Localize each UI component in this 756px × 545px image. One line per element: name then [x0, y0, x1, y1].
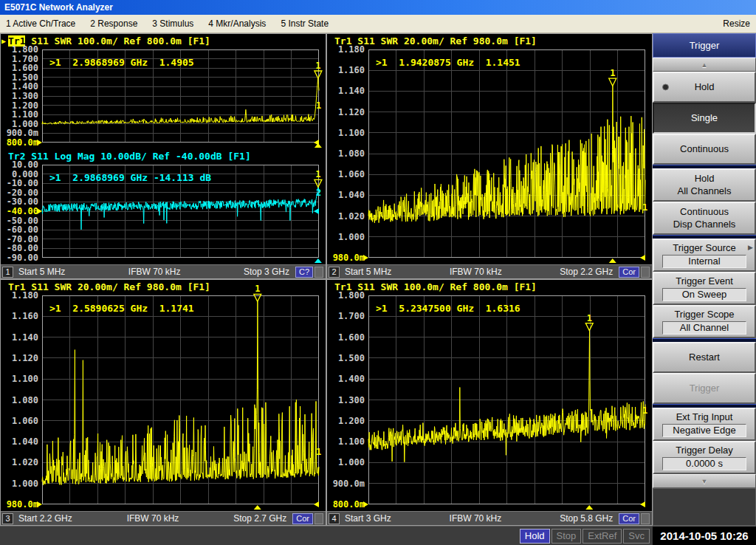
ref-level-right-arrow-icon [640, 501, 645, 507]
y-tick-label: 1.160 [338, 65, 365, 75]
ifbw-value[interactable]: IFBW 70 kHz [127, 513, 179, 524]
trace-number-edge-label: 1 [642, 202, 647, 213]
continuous-button[interactable]: Continuous [653, 134, 756, 165]
menu-item-response[interactable]: 2 Response [90, 18, 137, 29]
softkey-label: Trigger [690, 383, 720, 394]
trigger-source-button[interactable]: Trigger SourceInternal▶ [653, 239, 756, 272]
trigger-button[interactable]: Trigger [653, 373, 756, 404]
marker-number: 1 [255, 284, 260, 294]
y-tick-label: 1.020 [12, 457, 38, 467]
softkey-empty-area [653, 488, 756, 526]
softkey-label: Hold [695, 173, 715, 185]
marker-stimulus-arrow-icon [585, 505, 593, 510]
trace-header[interactable]: ▶Tr1 S11 SWR 100.0m/ Ref 800.0m [F1] [1, 34, 326, 48]
y-tick-label: 1.140 [338, 86, 365, 96]
resize-button[interactable]: Resize [723, 18, 750, 29]
y-tick-label: 980.0m [7, 499, 38, 510]
marker-icon[interactable] [609, 78, 616, 86]
stop-frequency[interactable]: Stop 2.2 GHz [560, 267, 613, 277]
y-tick-label: 1.600 [338, 332, 365, 343]
channel-1-graphs: ▶Tr1 S11 SWR 100.0m/ Ref 800.0m [F1]1.80… [1, 34, 326, 264]
channel-number[interactable]: 4 [329, 513, 340, 524]
extref-indicator: ExtRef [583, 529, 622, 544]
y-tick-label: 1.100 [338, 436, 365, 447]
channel-number[interactable]: 1 [2, 267, 13, 278]
ifbw-value[interactable]: IFBW 70 kHz [450, 267, 502, 277]
scroll-down-button[interactable]: ▼ [653, 474, 756, 488]
softkey-menu: Trigger ▲HoldSingleContinuousHoldAll Cha… [653, 33, 756, 526]
y-tick-label: 1.080 [12, 395, 38, 405]
start-frequency[interactable]: Start 5 MHz [18, 267, 65, 277]
softkey-label: All Channels [678, 185, 732, 197]
softkey-label: Trigger Source [673, 242, 736, 254]
trace-header[interactable]: Tr1 S11 SWR 20.00m/ Ref 980.0m [F1] [327, 34, 652, 48]
trace-number-edge-label: 1 [316, 447, 321, 457]
hold-all-channels-button[interactable]: HoldAll Channels [653, 168, 756, 202]
softkey-label: Continuous [680, 143, 729, 155]
ifbw-value[interactable]: IFBW 70 kHz [450, 513, 502, 524]
start-frequency[interactable]: Start 5 MHz [345, 267, 391, 277]
marker-number: 1 [610, 68, 615, 78]
scroll-down-icon: ▼ [701, 478, 708, 485]
trace-header[interactable]: Tr2 S11 Log Mag 10.00dB/ Ref -40.00dB [F… [1, 149, 326, 163]
menu-item-active-ch-trace[interactable]: 1 Active Ch/Trace [6, 18, 75, 29]
softkey-menu-title: Trigger [653, 33, 756, 58]
continuous-disp-channels-button[interactable]: ContinuousDisp Channels [653, 202, 756, 235]
y-tick-label: 800.0m [7, 137, 38, 148]
y-tick-label: 1.040 [12, 436, 38, 447]
y-tick-label: 980.0m [333, 253, 365, 263]
channel-4-status-bar: 4 Start 3 GHz IFBW 70 kHz Stop 5.8 GHz C… [327, 511, 652, 525]
y-tick-label: 1.100 [12, 374, 38, 384]
menu-bar: 1 Active Ch/Trace 2 Response 3 Stimulus … [0, 15, 756, 33]
single-button[interactable]: Single [653, 103, 756, 134]
channel-3-window[interactable]: Tr1 S11 SWR 20.00m/ Ref 980.0m [F1]1.180… [0, 279, 326, 526]
y-axis-labels: 1.1801.1601.1401.1201.1001.0801.0601.040… [327, 49, 368, 258]
y-tick-label: 1.800 [338, 290, 365, 301]
menu-item-mkr-analysis[interactable]: 4 Mkr/Analysis [208, 18, 266, 29]
status-extra-box [641, 513, 650, 524]
graph-ch1-tr1: ▶Tr1 S11 SWR 100.0m/ Ref 800.0m [F1]1.80… [1, 34, 326, 149]
marker-stimulus-arrow-icon [315, 143, 322, 148]
channel-2-window[interactable]: Tr1 S11 SWR 20.00m/ Ref 980.0m [F1]1.180… [326, 33, 653, 279]
y-tick-label: 1.160 [12, 311, 38, 321]
channel-4-window[interactable]: Tr1 S11 SWR 100.0m/ Ref 800.0m [F1]1.800… [326, 279, 653, 526]
channel-1-status-bar: 1 Start 5 MHz IFBW 70 kHz Stop 3 GHz C? [1, 264, 326, 278]
plot-area: 10.000.000-10.00-20.00-30.00-40.00-50.00… [1, 163, 326, 264]
marker-readout: >1 2.9868969 GHz 1.4905 [49, 57, 194, 68]
y-axis-labels: 1.8001.7001.6001.5001.4001.3001.2001.100… [1, 49, 42, 143]
trace-header[interactable]: Tr1 S11 SWR 20.00m/ Ref 980.0m [F1] [1, 280, 326, 294]
softkey-label: Restart [689, 352, 720, 363]
channel-3-status-bar: 3 Start 2.2 GHz IFBW 70 kHz Stop 2.7 GHz… [1, 511, 326, 525]
y-tick-label: 1.140 [12, 332, 38, 343]
y-tick-label: 900.0m [333, 479, 365, 489]
trigger-delay-button[interactable]: Trigger Delay0.0000 s [653, 441, 756, 474]
stop-frequency[interactable]: Stop 3 GHz [244, 267, 289, 277]
stop-frequency[interactable]: Stop 5.8 GHz [560, 513, 613, 524]
trigger-scope-button[interactable]: Trigger ScopeAll Channel [653, 305, 756, 338]
ext-trig-input-button[interactable]: Ext Trig InputNegative Edge [653, 408, 756, 441]
menu-item-stimulus[interactable]: 3 Stimulus [152, 18, 193, 29]
ref-level-right-arrow-icon [314, 208, 319, 214]
menu-item-instr-state[interactable]: 5 Instr State [281, 18, 329, 29]
y-tick-label: 1.120 [338, 107, 365, 117]
trigger-event-button[interactable]: Trigger EventOn Sweep [653, 272, 756, 305]
marker-icon[interactable] [254, 294, 261, 301]
ref-level-right-arrow-icon [640, 255, 645, 261]
window-titlebar[interactable]: E5071C Network Analyzer [0, 0, 756, 15]
restart-button[interactable]: Restart [653, 342, 756, 373]
channel-number[interactable]: 2 [329, 267, 340, 278]
start-frequency[interactable]: Start 3 GHz [345, 513, 391, 524]
channel-1-window[interactable]: ▶Tr1 S11 SWR 100.0m/ Ref 800.0m [F1]1.80… [0, 33, 326, 279]
start-frequency[interactable]: Start 2.2 GHz [18, 513, 72, 524]
marker-icon[interactable] [585, 323, 593, 331]
softkey-label: Single [691, 112, 718, 124]
trace-header[interactable]: Tr1 S11 SWR 100.0m/ Ref 800.0m [F1] [327, 280, 652, 294]
scroll-up-button[interactable]: ▲ [653, 58, 756, 72]
channel-number[interactable]: 3 [2, 513, 13, 524]
stop-frequency[interactable]: Stop 2.7 GHz [233, 513, 286, 524]
main-area: ▶Tr1 S11 SWR 100.0m/ Ref 800.0m [F1]1.80… [0, 33, 756, 526]
hold-button[interactable]: Hold [653, 72, 756, 103]
plot-area: 1.1801.1601.1401.1201.1001.0801.0601.040… [327, 48, 652, 264]
ifbw-value[interactable]: IFBW 70 kHz [128, 267, 181, 277]
trace-number-edge-label: 1 [316, 100, 321, 111]
